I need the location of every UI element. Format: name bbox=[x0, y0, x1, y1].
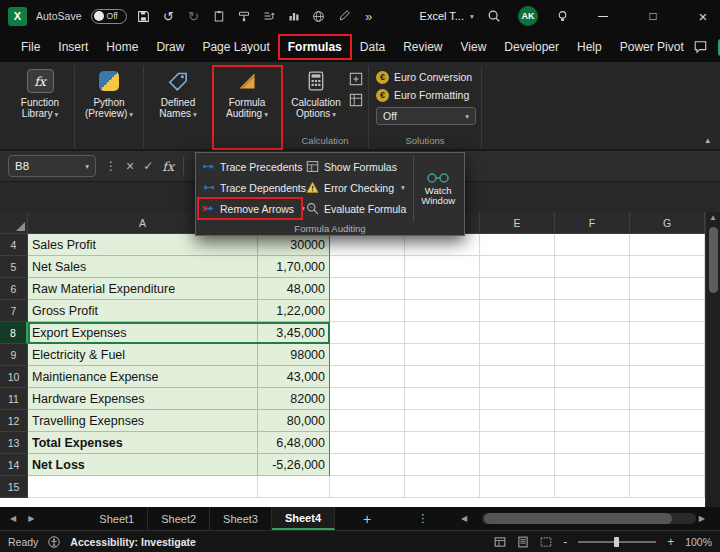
cell-E15[interactable] bbox=[480, 476, 555, 498]
draw-pen-icon[interactable] bbox=[336, 8, 352, 24]
cell-G10[interactable] bbox=[630, 366, 705, 388]
cell-B7[interactable]: 1,22,000 bbox=[258, 300, 330, 322]
trace-precedents-item[interactable]: Trace Precedents bbox=[198, 156, 302, 177]
format-painter-icon[interactable] bbox=[236, 8, 252, 24]
cell-E8[interactable] bbox=[480, 322, 555, 344]
cell-D15[interactable] bbox=[405, 476, 480, 498]
cell-F7[interactable] bbox=[555, 300, 630, 322]
cell-C15[interactable] bbox=[330, 476, 405, 498]
cell-B6[interactable]: 48,000 bbox=[258, 278, 330, 300]
cell-G6[interactable] bbox=[630, 278, 705, 300]
zoom-out-button[interactable]: - bbox=[563, 535, 567, 549]
cell-A11[interactable]: Hardware Expenses bbox=[28, 388, 258, 410]
cell-F11[interactable] bbox=[555, 388, 630, 410]
cell-F15[interactable] bbox=[555, 476, 630, 498]
zoom-slider-knob[interactable] bbox=[614, 537, 619, 547]
minimize-button[interactable] bbox=[586, 0, 620, 32]
cell-F8[interactable] bbox=[555, 322, 630, 344]
column-header-g[interactable]: G bbox=[630, 212, 705, 234]
formula-auditing-button[interactable]: Formula Auditing▾ bbox=[218, 66, 276, 120]
row-header-7[interactable]: 7 bbox=[0, 300, 28, 322]
cell-E14[interactable] bbox=[480, 454, 555, 476]
row-header-5[interactable]: 5 bbox=[0, 256, 28, 278]
cell-D4[interactable] bbox=[405, 234, 480, 256]
cell-D8[interactable] bbox=[405, 322, 480, 344]
row-header-10[interactable]: 10 bbox=[0, 366, 28, 388]
row-header-4[interactable]: 4 bbox=[0, 234, 28, 256]
cell-D11[interactable] bbox=[405, 388, 480, 410]
cell-C10[interactable] bbox=[330, 366, 405, 388]
cell-G14[interactable] bbox=[630, 454, 705, 476]
cell-E7[interactable] bbox=[480, 300, 555, 322]
cell-A7[interactable]: Gross Profit bbox=[28, 300, 258, 322]
sheet-tab-sheet3[interactable]: Sheet3 bbox=[210, 507, 272, 530]
add-sheet-button[interactable]: + bbox=[363, 511, 371, 527]
cell-B11[interactable]: 82000 bbox=[258, 388, 330, 410]
normal-view-icon[interactable] bbox=[494, 536, 506, 548]
cell-C11[interactable] bbox=[330, 388, 405, 410]
cell-B5[interactable]: 1,70,000 bbox=[258, 256, 330, 278]
language-globe-icon[interactable] bbox=[311, 8, 327, 24]
tab-power-pivot[interactable]: Power Pivot bbox=[611, 35, 693, 59]
calculate-now-button[interactable] bbox=[349, 72, 363, 86]
tab-developer[interactable]: Developer bbox=[495, 35, 568, 59]
cell-A13[interactable]: Total Expenses bbox=[28, 432, 258, 454]
cell-E10[interactable] bbox=[480, 366, 555, 388]
solver-dropdown[interactable]: Off ▾ bbox=[376, 107, 476, 125]
cell-C7[interactable] bbox=[330, 300, 405, 322]
paste-icon[interactable] bbox=[211, 8, 227, 24]
cell-C4[interactable] bbox=[330, 234, 405, 256]
hscroll-track[interactable] bbox=[482, 513, 696, 524]
tab-page-layout[interactable]: Page Layout bbox=[193, 35, 278, 59]
cell-D14[interactable] bbox=[405, 454, 480, 476]
cell-F10[interactable] bbox=[555, 366, 630, 388]
zoom-slider[interactable] bbox=[578, 541, 656, 543]
euro-conversion-button[interactable]: € Euro Conversion bbox=[374, 68, 476, 86]
cell-E4[interactable] bbox=[480, 234, 555, 256]
cell-G13[interactable] bbox=[630, 432, 705, 454]
cell-E13[interactable] bbox=[480, 432, 555, 454]
tab-formulas[interactable]: Formulas bbox=[279, 35, 351, 59]
cell-F4[interactable] bbox=[555, 234, 630, 256]
tab-help[interactable]: Help bbox=[568, 35, 611, 59]
redo-icon[interactable]: ↻ bbox=[186, 8, 202, 24]
cell-A15[interactable] bbox=[28, 476, 258, 498]
excel-app-icon[interactable]: X bbox=[8, 7, 27, 26]
cell-B12[interactable]: 80,000 bbox=[258, 410, 330, 432]
error-checking-item[interactable]: Error Checking ▾ bbox=[302, 177, 413, 198]
cell-F14[interactable] bbox=[555, 454, 630, 476]
avatar[interactable]: AK bbox=[518, 6, 538, 26]
cell-A6[interactable]: Raw Material Expenditure bbox=[28, 278, 258, 300]
chart-icon[interactable] bbox=[286, 8, 302, 24]
cell-C8[interactable] bbox=[330, 322, 405, 344]
tab-data[interactable]: Data bbox=[351, 35, 394, 59]
lightbulb-icon[interactable] bbox=[554, 8, 570, 24]
collapse-ribbon-chevron[interactable]: ▴ bbox=[705, 135, 710, 145]
horizontal-scrollbar[interactable]: ◀ ▶ bbox=[461, 511, 717, 526]
cancel-icon[interactable]: × bbox=[126, 158, 134, 174]
row-header-6[interactable]: 6 bbox=[0, 278, 28, 300]
horizontal-scroll-thumb[interactable] bbox=[484, 513, 672, 524]
page-break-preview-icon[interactable] bbox=[540, 536, 552, 548]
cell-F9[interactable] bbox=[555, 344, 630, 366]
cell-D12[interactable] bbox=[405, 410, 480, 432]
row-header-8[interactable]: 8 bbox=[0, 322, 28, 344]
vertical-scrollbar[interactable]: ▲ bbox=[705, 212, 720, 507]
calculation-options-button[interactable]: Calculation Options▾ bbox=[287, 66, 345, 120]
row-header-15[interactable]: 15 bbox=[0, 476, 28, 498]
cell-G12[interactable] bbox=[630, 410, 705, 432]
save-icon[interactable] bbox=[136, 8, 152, 24]
cell-C9[interactable] bbox=[330, 344, 405, 366]
sheet-tab-sheet4[interactable]: Sheet4 bbox=[272, 507, 335, 530]
zoom-level[interactable]: 100% bbox=[685, 536, 712, 548]
cell-G4[interactable] bbox=[630, 234, 705, 256]
search-icon[interactable] bbox=[486, 8, 502, 24]
cell-A14[interactable]: Net Loss bbox=[28, 454, 258, 476]
cell-F12[interactable] bbox=[555, 410, 630, 432]
tab-view[interactable]: View bbox=[452, 35, 496, 59]
name-box[interactable]: B8 ▾ bbox=[8, 155, 96, 177]
more-commands-chevron[interactable]: » bbox=[361, 8, 377, 24]
cell-A9[interactable]: Electricity & Fuel bbox=[28, 344, 258, 366]
vertical-scroll-thumb[interactable] bbox=[709, 227, 718, 293]
cell-E12[interactable] bbox=[480, 410, 555, 432]
